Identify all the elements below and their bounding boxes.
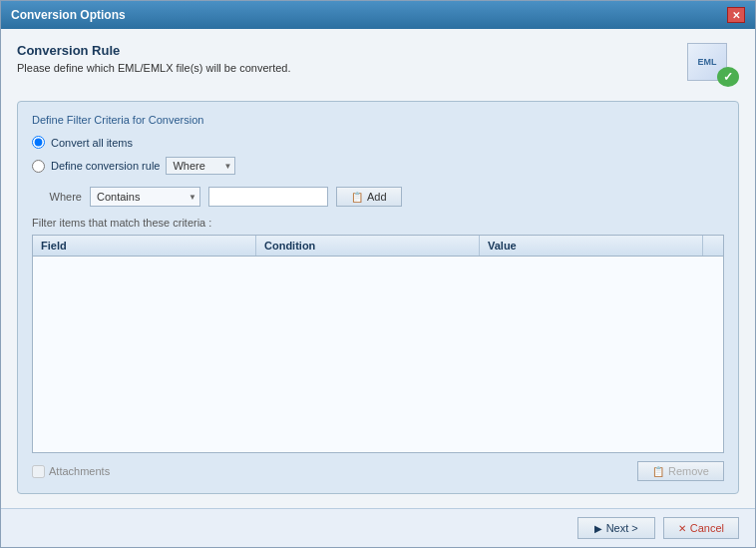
add-button-label: Add: [367, 191, 387, 203]
add-button[interactable]: 📋 Add: [336, 187, 402, 207]
table-body: [33, 257, 723, 452]
table-col-spacer: [703, 236, 723, 256]
condition-dropdown-wrapper: Contains Does not contain Equals Starts …: [90, 187, 200, 207]
rule-title: Conversion Rule: [17, 43, 291, 58]
filter-table: Field Condition Value: [32, 235, 724, 453]
define-rule-row: Define conversion rule Where Subject Fro…: [32, 157, 724, 175]
cancel-label: Cancel: [690, 522, 724, 534]
window-title: Conversion Options: [11, 8, 126, 22]
next-label: Next >: [606, 522, 638, 534]
filter-row: Where Contains Does not contain Equals S…: [32, 187, 724, 207]
attachments-label: Attachments: [49, 465, 110, 477]
panel-title: Define Filter Criteria for Conversion: [32, 114, 724, 126]
next-button[interactable]: ▶ Next >: [577, 517, 655, 539]
next-icon: ▶: [594, 523, 602, 534]
filter-items-label: Filter items that match these criteria :: [32, 217, 724, 229]
remove-button-label: Remove: [668, 465, 709, 477]
table-col-field: Field: [33, 236, 256, 256]
check-badge: ✓: [717, 67, 739, 87]
define-rule-label[interactable]: Define conversion rule: [51, 160, 160, 172]
filter-panel: Define Filter Criteria for Conversion Co…: [17, 101, 739, 494]
convert-all-row: Convert all items: [32, 136, 724, 149]
remove-button[interactable]: 📋 Remove: [637, 461, 724, 481]
cancel-button[interactable]: ✕ Cancel: [663, 517, 739, 539]
table-col-value: Value: [480, 236, 703, 256]
table-header: Field Condition Value: [33, 236, 723, 257]
condition-dropdown[interactable]: Contains Does not contain Equals Starts …: [90, 187, 200, 207]
rule-subtitle: Please define which EML/EMLX file(s) wil…: [17, 62, 291, 74]
remove-icon: 📋: [652, 466, 664, 477]
main-window: Conversion Options ✕ Conversion Rule Ple…: [0, 0, 756, 548]
header-text: Conversion Rule Please define which EML/…: [17, 43, 291, 74]
attachments-section: Attachments: [32, 465, 110, 478]
convert-all-label[interactable]: Convert all items: [51, 137, 133, 149]
bottom-row: Attachments 📋 Remove: [32, 461, 724, 481]
footer: ▶ Next > ✕ Cancel: [1, 508, 755, 547]
table-col-condition: Condition: [256, 236, 480, 256]
attachments-checkbox[interactable]: [32, 465, 45, 478]
where-dropdown-wrapper: Where Subject From To Date: [166, 157, 235, 175]
value-input[interactable]: [208, 187, 328, 207]
convert-all-radio[interactable]: [32, 136, 45, 149]
where-label: Where: [32, 191, 82, 203]
header-section: Conversion Rule Please define which EML/…: [17, 43, 739, 87]
window-close-button[interactable]: ✕: [727, 7, 745, 23]
main-content: Conversion Rule Please define which EML/…: [1, 29, 755, 508]
eml-icon-container: EML ✓: [687, 43, 739, 87]
title-bar: Conversion Options ✕: [1, 1, 755, 29]
eml-icon-label: EML: [698, 57, 717, 67]
add-icon: 📋: [351, 192, 363, 203]
cancel-icon: ✕: [678, 523, 686, 534]
where-dropdown[interactable]: Where Subject From To Date: [166, 157, 235, 175]
define-rule-radio[interactable]: [32, 160, 45, 173]
